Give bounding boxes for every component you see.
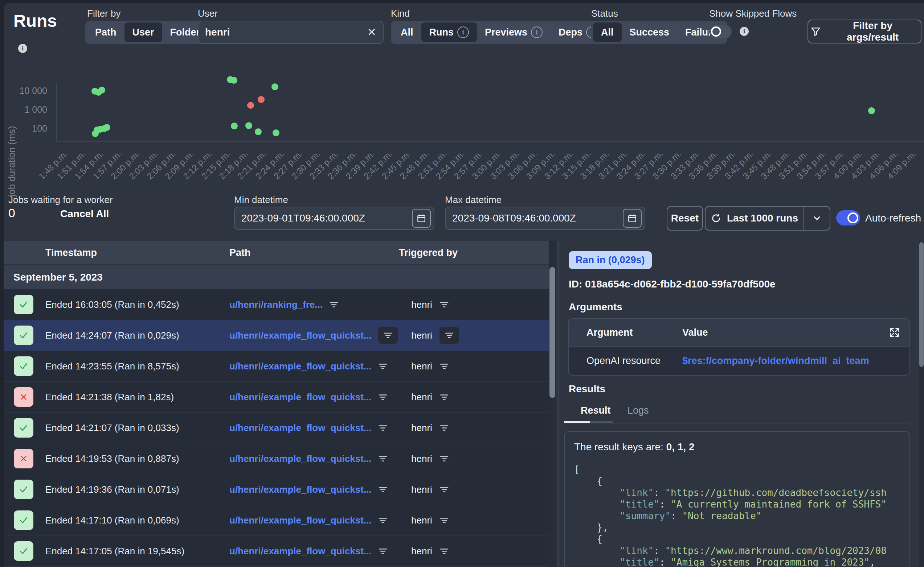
run-path-link[interactable]: u/henri/example_flow_quickst...	[229, 515, 372, 526]
clear-user-filter-icon[interactable]: ✕	[367, 27, 376, 38]
status-segmented: All Success Failure	[591, 21, 727, 44]
filter-by-path-icon[interactable]	[378, 547, 388, 555]
table-row[interactable]: Ended 14:21:38 (Ran in 1,82s)u/henri/exa…	[4, 382, 549, 412]
user-filter-input[interactable]: henri ✕	[198, 21, 384, 44]
previews-info-circle-icon[interactable]: i	[531, 27, 543, 38]
run-triggered-by-cell: henri	[411, 515, 449, 526]
chart-point[interactable]	[245, 122, 252, 129]
arguments-table: Argument Value OpenAI resource $res:f/co…	[568, 318, 910, 376]
result-json-line: "title": "A currently maintained fork of…	[574, 498, 909, 510]
filter-by-args-result-button[interactable]: Filter by args/result	[808, 20, 921, 44]
argument-value-link[interactable]: $res:f/company-folder/windmill_ai_team	[682, 355, 869, 366]
chart-point[interactable]	[271, 83, 278, 90]
show-skipped-toggle[interactable]	[709, 25, 731, 38]
chart-point[interactable]	[868, 107, 875, 114]
run-timestamp: Ended 14:21:38 (Ran in 1,82s)	[45, 392, 174, 403]
chart-y-axis-line	[56, 82, 57, 141]
filter-by-path-option[interactable]: Path	[87, 22, 125, 42]
min-datetime-calendar-icon[interactable]	[412, 209, 431, 228]
cancel-all-button[interactable]: Cancel All	[60, 208, 109, 220]
run-path-link[interactable]: u/henri/example_flow_quickst...	[229, 453, 372, 464]
arguments-table-header: Argument Value	[569, 319, 909, 346]
filter-by-user-option[interactable]: User	[125, 22, 162, 42]
kind-segmented: All Runsi Previewsi Depsi	[391, 21, 608, 44]
reset-button[interactable]: Reset	[667, 206, 703, 231]
runs-info-circle-icon[interactable]: i	[457, 27, 469, 38]
chart-point[interactable]	[104, 124, 110, 131]
result-json-line: "link": "https://github.com/deadbeefsoci…	[574, 487, 909, 498]
kind-previews-option[interactable]: Previewsi	[477, 22, 551, 42]
run-path-link[interactable]: u/henri/example_flow_quickst...	[229, 484, 372, 495]
result-json-line: {	[574, 533, 909, 545]
chart-point[interactable]	[230, 77, 237, 84]
run-path-link[interactable]: u/henri/example_flow_quickst...	[229, 422, 372, 434]
chart-point[interactable]	[258, 96, 265, 103]
chart-point[interactable]	[98, 87, 105, 93]
filter-by-user-icon[interactable]	[439, 300, 449, 309]
table-header: Timestamp Path Triggered by	[4, 241, 549, 264]
chart-point[interactable]	[272, 129, 280, 136]
filter-by-user-icon[interactable]	[439, 362, 449, 370]
col-triggered-by[interactable]: Triggered by	[399, 241, 457, 264]
run-triggered-by: henri	[411, 453, 432, 464]
col-path[interactable]: Path	[229, 241, 251, 264]
max-datetime-calendar-icon[interactable]	[623, 209, 642, 228]
chart-point[interactable]	[247, 102, 254, 109]
table-row[interactable]: Ended 14:17:05 (Ran in 19,545s)u/henri/e…	[4, 536, 549, 567]
max-datetime-input[interactable]: 2023-09-08T09:46:00.000Z	[445, 207, 645, 230]
panel-scrollbar[interactable]	[919, 241, 924, 567]
filter-by-path-icon[interactable]	[378, 516, 388, 525]
run-path-link[interactable]: u/henri/ranking_fre...	[229, 299, 323, 310]
kind-runs-option[interactable]: Runsi	[421, 22, 477, 42]
run-id: ID: 018a654c-d062-fbb2-d100-59fa70df500e	[569, 278, 775, 290]
y-tick-10000: 10 000	[20, 86, 47, 96]
auto-refresh-toggle[interactable]	[836, 210, 860, 225]
filter-by-user-icon[interactable]	[439, 485, 449, 494]
filter-by-path-icon[interactable]	[329, 300, 339, 309]
last-runs-dropdown-button[interactable]	[804, 213, 830, 224]
status-all-option[interactable]: All	[593, 22, 622, 42]
chart-point[interactable]	[255, 128, 262, 135]
kind-all-option[interactable]: All	[393, 22, 421, 42]
tab-logs[interactable]: Logs	[628, 405, 649, 416]
y-tick-1000: 1 000	[24, 104, 47, 115]
chart-point[interactable]	[231, 123, 238, 129]
table-row[interactable]: Ended 14:23:55 (Ran in 8,575s)u/henri/ex…	[4, 351, 549, 382]
arguments-table-row: OpenAI resource $res:f/company-folder/wi…	[569, 346, 909, 375]
filter-by-path-icon[interactable]	[378, 362, 388, 370]
table-row[interactable]: Ended 14:17:10 (Ran in 0,069s)u/henri/ex…	[4, 505, 549, 536]
table-row[interactable]: Ended 14:21:07 (Ran in 0,033s)u/henri/ex…	[4, 412, 549, 443]
status-success-option[interactable]: Success	[622, 22, 677, 42]
run-path-link[interactable]: u/henri/example_flow_quickst...	[229, 546, 372, 557]
refresh-last-runs-button[interactable]: Last 1000 runs	[706, 213, 804, 224]
filter-by-user-icon[interactable]	[439, 516, 449, 525]
table-scrollbar[interactable]	[549, 241, 555, 567]
tab-result[interactable]: Result	[581, 405, 611, 416]
filter-by-path-icon[interactable]	[378, 423, 388, 432]
show-skipped-info-icon[interactable]: i	[740, 27, 749, 36]
panel-scrollbar-thumb[interactable]	[919, 242, 924, 367]
table-row[interactable]: Ended 14:24:07 (Ran in 0,029s)u/henri/ex…	[4, 320, 549, 351]
filter-by-path-icon[interactable]	[378, 454, 388, 463]
run-success-icon	[14, 295, 33, 314]
result-keys-summary: The result keys are: 0, 1, 2	[574, 441, 909, 453]
filter-by-user-icon[interactable]	[439, 423, 449, 432]
table-row[interactable]: Ended 14:19:53 (Ran in 0,887s)u/henri/ex…	[4, 443, 549, 474]
run-path-link[interactable]: u/henri/example_flow_quickst...	[229, 361, 372, 372]
run-path-link[interactable]: u/henri/example_flow_quickst...	[229, 392, 372, 403]
min-datetime-input[interactable]: 2023-09-01T09:46:00.000Z	[234, 207, 435, 230]
run-path-link[interactable]: u/henri/example_flow_quickst...	[229, 330, 372, 341]
filter-by-path-icon[interactable]	[378, 393, 388, 401]
table-row[interactable]: Ended 16:03:05 (Ran in 0,452s)u/henri/ra…	[4, 289, 549, 320]
col-timestamp[interactable]: Timestamp	[45, 241, 97, 264]
table-row[interactable]: Ended 14:19:36 (Ran in 0,071s)u/henri/ex…	[4, 474, 549, 505]
filter-by-user-icon[interactable]	[439, 454, 449, 463]
expand-icon[interactable]	[888, 326, 901, 339]
filter-by-user-icon[interactable]	[439, 547, 449, 555]
table-scrollbar-thumb[interactable]	[549, 267, 555, 398]
filter-by-user-icon[interactable]	[439, 393, 449, 401]
filter-by-path-icon[interactable]	[378, 485, 388, 494]
filter-by-path-icon[interactable]	[378, 327, 398, 344]
result-json-line: "title": "Amiga Systems Programming in 2…	[574, 556, 909, 567]
filter-by-user-icon[interactable]	[439, 327, 459, 344]
